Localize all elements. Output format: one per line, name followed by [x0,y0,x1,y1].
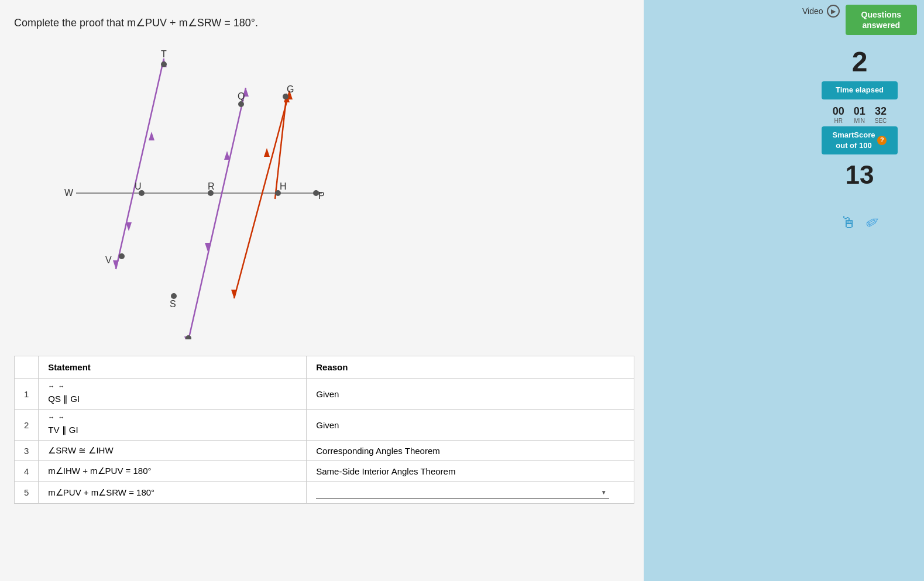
problem-text: Complete the proof that m∠PUV + m∠SRW = … [14,17,258,29]
timer-display: 00 HR 01 MIN 32 SEC [833,105,887,124]
table-row: 3 ∠SRW ≅ ∠IHW Corresponding Angles Theor… [15,441,634,461]
statement-1: ↔ ↔ QS ∥ GI [39,379,307,410]
svg-point-19 [171,293,177,299]
svg-point-13 [161,61,167,67]
svg-text:U: U [135,181,142,191]
stmt-4-text: m∠IHW + m∠PUV = 180° [48,466,151,476]
stmt-1-text: QS ∥ GI [48,394,80,404]
statement-header: Statement [39,356,307,379]
timer-hr-value: 00 [833,105,844,118]
reason-4-text: Same-Side Interior Angles Theorem [316,466,455,476]
smartscore-count: 13 [846,160,874,190]
svg-text:V: V [105,255,112,265]
svg-text:H: H [280,181,287,191]
svg-text:W: W [64,188,74,198]
main-content: Complete the proof that m∠PUV + m∠SRW = … [0,0,644,581]
svg-marker-12 [231,290,237,298]
reason-5: ▼ [307,482,634,504]
row-num-1: 1 [15,379,39,410]
table-row: 5 m∠PUV + m∠SRW = 180° ▼ [15,482,634,504]
stmt-5-text: m∠PUV + m∠SRW = 180° [48,487,154,497]
svg-text:G: G [287,84,294,94]
svg-point-22 [283,94,288,99]
svg-point-18 [119,253,125,259]
reason-3: Corresponding Angles Theorem [307,441,634,461]
row-num-2: 2 [15,410,39,441]
diagram-area: T Q G W U R H P V S I [29,47,369,351]
questions-answered-label: Questionsanswered [861,10,901,30]
timer-sec-cell: 32 SEC [875,105,887,124]
statement-3: ∠SRW ≅ ∠IHW [39,441,307,461]
row-num-4: 4 [15,461,39,482]
timer-sec-value: 32 [875,105,887,118]
table-row: 2 ↔ ↔ TV ∥ GI Given [15,410,634,441]
svg-text:Q: Q [238,91,245,101]
cursor-icon[interactable]: 🖱 [840,213,857,232]
table-row: 4 m∠IHW + m∠PUV = 180° Same-Side Interio… [15,461,634,482]
svg-text:P: P [318,191,325,201]
reason-1: Given [307,379,634,410]
svg-marker-35 [126,222,132,231]
time-elapsed-box: Time elapsed [822,81,898,99]
svg-line-2 [116,59,164,269]
video-button[interactable]: Video ▶ [802,5,840,18]
reason-5-input[interactable] [316,486,609,499]
right-sidebar: Video ▶ Questionsanswered 2 Time elapsed… [795,0,924,581]
smartscore-help-icon[interactable]: ? [877,136,887,145]
svg-text:S: S [170,299,176,309]
questions-answered-button[interactable]: Questionsanswered [846,5,917,35]
svg-marker-4 [113,260,119,269]
stmt-2-text: TV ∥ GI [48,425,78,435]
timer-sec-label: SEC [875,118,887,124]
stmt-3-text: ∠SRW ≅ ∠IHW [48,445,113,455]
svg-text:R: R [208,181,215,191]
svg-marker-36 [224,151,230,160]
reason-5-dropdown-wrapper: ▼ [316,486,624,499]
reason-1-text: Given [316,389,339,399]
statement-4: m∠IHW + m∠PUV = 180° [39,461,307,482]
time-elapsed-label: Time elapsed [836,85,884,94]
row-num-3: 3 [15,441,39,461]
svg-line-10 [234,91,290,298]
svg-marker-38 [264,148,270,157]
smartscore-box: SmartScoreout of 100 ? [822,126,898,154]
geometry-diagram: T Q G W U R H P V S I [29,47,357,339]
timer-min-cell: 01 MIN [854,105,865,124]
svg-point-20 [186,335,191,339]
reason-2-text: Given [316,420,339,430]
qa-count: 2 [852,46,868,78]
svg-line-5 [187,88,246,339]
statement-5: m∠PUV + m∠SRW = 180° [39,482,307,504]
reason-4: Same-Side Interior Angles Theorem [307,461,634,482]
proof-table: Statement Reason 1 ↔ ↔ QS ∥ GI Given [14,356,634,504]
video-play-icon: ▶ [827,5,840,18]
video-label: Video [802,6,823,16]
svg-point-21 [238,101,244,107]
svg-marker-34 [149,132,154,140]
problem-statement: Complete the proof that m∠PUV + m∠SRW = … [14,16,258,29]
timer-hr-cell: 00 HR [833,105,844,124]
col-num-header [15,356,39,379]
pencil-icon[interactable]: ✏ [862,211,883,234]
proof-table-wrapper: Statement Reason 1 ↔ ↔ QS ∥ GI Given [14,356,634,504]
reason-2: Given [307,410,634,441]
row-num-5: 5 [15,482,39,504]
statement-2: ↔ ↔ TV ∥ GI [39,410,307,441]
smartscore-label: SmartScoreout of 100 [833,130,875,151]
timer-hr-label: HR [834,118,842,124]
svg-text:T: T [161,49,167,59]
timer-min-value: 01 [854,105,865,118]
cursor-icons-area: 🖱 ✏ [840,213,880,232]
table-row: 1 ↔ ↔ QS ∥ GI Given [15,379,634,410]
timer-min-label: MIN [854,118,865,124]
reason-header: Reason [307,356,634,379]
reason-3-text: Corresponding Angles Theorem [316,446,440,456]
